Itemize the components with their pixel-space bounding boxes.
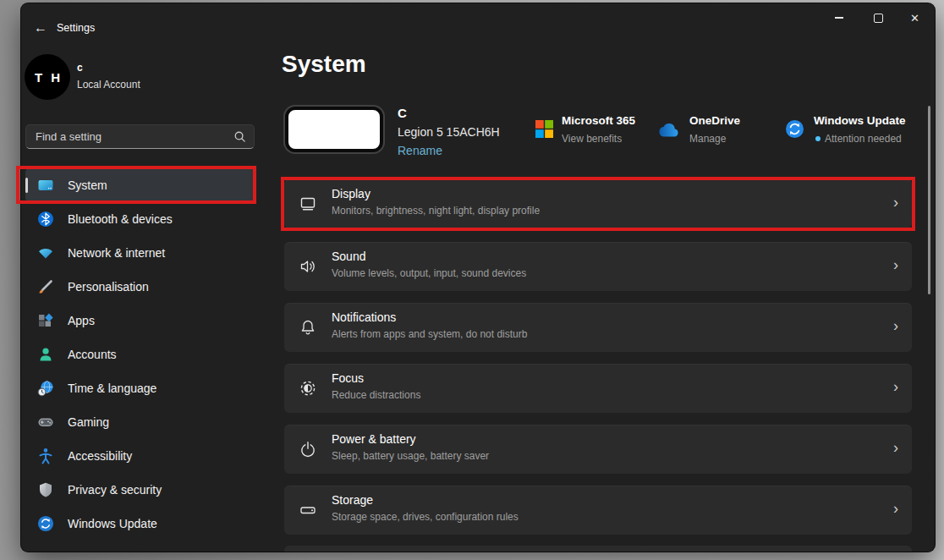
vertical-scrollbar[interactable] [928,106,930,294]
rename-link[interactable]: Rename [398,144,442,157]
minimize-icon [835,17,843,19]
back-arrow-icon: ← [34,20,47,36]
sidebar-item-label: Gaming [68,415,109,429]
back-button[interactable]: ← [28,17,53,39]
view-benefits-link[interactable]: View benefits [562,133,622,145]
chevron-right-icon: › [893,194,898,211]
network-icon [37,244,54,261]
microsoft-logo [535,120,553,138]
row-subtitle: Sleep, battery usage, battery saver [332,450,489,462]
sidebar-item-label: Network & internet [68,246,165,260]
personalisation-icon [37,278,54,295]
sidebar-item-label: Windows Update [68,517,157,530]
manage-link[interactable]: Manage [689,133,726,145]
accessibility-icon [37,447,54,464]
avatar: T H [25,54,70,100]
page-title: System [282,51,366,78]
row-title: Sound [332,250,365,263]
focus-icon [299,379,317,398]
sidebar-item-label: Accounts [68,348,117,361]
row-subtitle: Monitors, brightness, night light, displ… [332,205,540,217]
settings-row-focus[interactable]: Focus Reduce distractions › [284,364,912,413]
chevron-right-icon: › [893,317,898,335]
sidebar-item-bluetooth-devices[interactable]: Bluetooth & devices [25,202,255,236]
row-subtitle: Reduce distractions [332,389,420,401]
chevron-right-icon: › [893,378,898,396]
chevron-right-icon: › [893,256,898,274]
sidebar-item-label: Privacy & security [68,483,162,497]
power-icon [299,440,317,458]
sidebar-item-personalisation[interactable]: Personalisation [25,270,255,304]
attention-needed-link[interactable]: Attention needed [825,133,902,145]
sidebar-item-privacy-security[interactable]: Privacy & security [25,473,255,507]
maximize-button[interactable] [859,3,898,32]
row-title: Power & battery [332,432,416,446]
search-input[interactable] [26,125,234,148]
sidebar-item-label: Bluetooth & devices [68,212,173,226]
display-icon [299,195,317,213]
sound-icon [299,257,317,276]
account-type: Local Account [77,79,140,91]
time-language-icon [37,380,54,397]
row-title: Notifications [332,310,396,324]
quick-link-title: Windows Update [814,114,906,127]
row-title: Focus [332,371,364,385]
search-box[interactable] [25,124,255,149]
sidebar-item-apps[interactable]: Apps [25,304,255,338]
row-subtitle: Volume levels, output, input, sound devi… [332,267,526,279]
sidebar-item-time-language[interactable]: Time & language [25,371,255,405]
privacy-icon [37,481,54,498]
device-model: Legion 5 15ACH6H [398,125,500,139]
settings-row-notifications[interactable]: Notifications Alerts from apps and syste… [284,303,912,352]
sidebar-item-label: Personalisation [68,280,149,294]
settings-row-sound[interactable]: Sound Volume levels, output, input, soun… [284,242,912,291]
accounts-icon [37,346,54,363]
windows-update-icon [785,119,804,139]
sidebar-item-gaming[interactable]: Gaming [25,405,255,439]
maximize-icon [874,14,883,23]
quick-link-title: OneDrive [689,114,740,127]
close-icon: ✕ [910,13,919,24]
sidebar-item-system[interactable]: System [25,168,255,202]
sidebar-item-label: Accessibility [68,449,132,463]
close-button[interactable]: ✕ [895,3,935,32]
bluetooth-icon [37,211,54,228]
account-name: c [77,62,83,74]
system-icon [37,177,54,194]
sidebar-item-label: System [68,178,107,192]
row-title: Display [332,187,370,200]
settings-row-partial[interactable] [284,546,912,552]
device-name: C [398,106,407,120]
window-title: Settings [57,22,95,34]
sidebar-item-accessibility[interactable]: Accessibility [25,439,255,473]
attention-dot [815,136,821,141]
chevron-right-icon: › [893,439,898,457]
settings-row-storage[interactable]: Storage Storage space, drives, configura… [284,486,912,535]
sidebar-item-windows-update[interactable]: Windows Update [25,507,255,541]
desktop-backdrop: ← Settings ✕ T H c Local Account System [0,0,944,560]
gaming-icon [37,414,54,431]
storage-icon [299,501,317,519]
chevron-right-icon: › [893,500,898,518]
sidebar-item-accounts[interactable]: Accounts [25,338,255,371]
row-subtitle: Alerts from apps and system, do not dist… [332,328,527,340]
sidebar-item-label: Time & language [68,382,156,395]
row-title: Storage [332,493,373,507]
settings-row-power-battery[interactable]: Power & battery Sleep, battery usage, ba… [284,425,912,474]
onedrive-cloud-icon [657,123,680,138]
settings-window: ← Settings ✕ T H c Local Account System [21,3,935,552]
search-icon [233,130,246,143]
row-subtitle: Storage space, drives, configuration rul… [332,511,519,523]
selected-indicator-pill [25,178,28,193]
notifications-icon [299,318,317,337]
sidebar-item-network-internet[interactable]: Network & internet [25,236,255,270]
windows-update-icon [37,515,54,532]
settings-row-display[interactable]: Display Monitors, brightness, night ligh… [284,179,912,228]
minimize-button[interactable] [819,3,859,32]
device-thumbnail [285,107,383,152]
apps-icon [37,312,54,329]
quick-link-title: Microsoft 365 [562,114,635,127]
sidebar-item-label: Apps [68,314,95,327]
